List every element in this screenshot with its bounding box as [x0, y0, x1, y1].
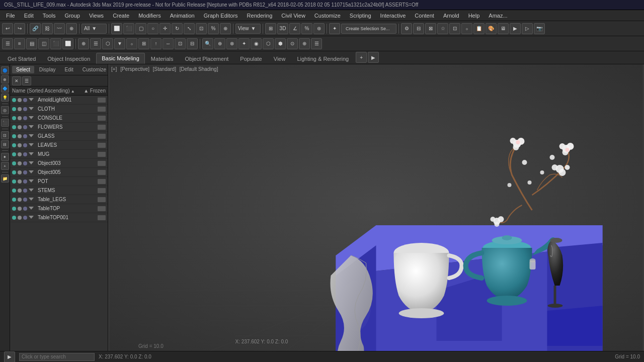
- link-button[interactable]: 🔗: [30, 23, 41, 34]
- create-selection-button[interactable]: Create Selection Se...: [341, 24, 396, 34]
- viewport-area[interactable]: [+] [Perspective] [Standard] [Default Sh…: [108, 64, 644, 351]
- menu-animation[interactable]: Animation: [166, 12, 199, 20]
- scene-icon-2[interactable]: ⊕: [1, 75, 9, 83]
- wire-color-button[interactable]: 🎨: [486, 23, 497, 34]
- menu-rendering[interactable]: Rendering: [243, 12, 277, 20]
- toolbar2-btn8[interactable]: ☰: [90, 38, 101, 49]
- toolbar2-btn1[interactable]: ☰: [2, 38, 13, 49]
- layer-props-button[interactable]: 📋: [473, 23, 485, 34]
- select-region-button[interactable]: ⬛: [123, 23, 134, 34]
- undo-button[interactable]: ↩: [2, 23, 13, 34]
- select-rect-button[interactable]: ▢: [135, 23, 146, 34]
- render-setup-button[interactable]: 🖥: [498, 23, 509, 34]
- toolbar2-btn15[interactable]: ⊡: [175, 38, 186, 49]
- viewport-layout-button[interactable]: ⊞: [265, 23, 276, 34]
- tab-populate[interactable]: Populate: [234, 53, 267, 64]
- menu-group[interactable]: Group: [60, 12, 84, 20]
- scene-tab-display[interactable]: Display: [35, 66, 60, 73]
- scene-list-item[interactable]: MUG: [10, 150, 108, 159]
- toolbar2-btn19[interactable]: ⊗: [226, 38, 237, 49]
- toolbar2-btn25[interactable]: ⊕: [299, 38, 310, 49]
- scene-tab-select[interactable]: Select: [12, 66, 34, 73]
- scene-icon-6[interactable]: ⬛: [1, 119, 9, 127]
- menu-help[interactable]: Help: [464, 12, 484, 20]
- render-frame-button[interactable]: ▶: [510, 23, 521, 34]
- tab-lighting-rendering[interactable]: Lighting & Rendering: [291, 53, 354, 64]
- menu-civil-view[interactable]: Civil View: [277, 12, 309, 20]
- scene-list-item[interactable]: Table_LEGS: [10, 195, 108, 204]
- toolbar2-btn24[interactable]: ⊙: [287, 38, 298, 49]
- scene-list-item[interactable]: TableTOP: [10, 204, 108, 213]
- toolbar2-btn22[interactable]: ⬡: [263, 38, 274, 49]
- view-dropdown[interactable]: View ▼: [235, 24, 261, 34]
- scene-icon-7[interactable]: ⊡: [1, 131, 9, 139]
- toolbar2-btn4[interactable]: ◫: [38, 38, 49, 49]
- scene-list-item[interactable]: LEAVES: [10, 141, 108, 150]
- menu-graph-editors[interactable]: Graph Editors: [200, 12, 242, 20]
- menu-views[interactable]: Views: [85, 12, 108, 20]
- 3d-snap-button[interactable]: 3D: [277, 23, 288, 34]
- toolbar2-btn12[interactable]: ⊞: [138, 38, 149, 49]
- tab-get-started[interactable]: Get Started: [2, 53, 41, 64]
- scene-list-item[interactable]: GLASS: [10, 132, 108, 141]
- menu-arnold[interactable]: Arnold: [439, 12, 463, 20]
- scale-button[interactable]: ⤡: [184, 23, 195, 34]
- scene-ctrl-close[interactable]: ✕: [12, 76, 21, 85]
- scene-list-item[interactable]: CLOTH: [10, 105, 108, 114]
- scene-list-item[interactable]: POT: [10, 177, 108, 186]
- scene-icon-3[interactable]: 🔷: [1, 84, 9, 93]
- scene-icon-11[interactable]: 📁: [1, 174, 9, 183]
- scene-list-item[interactable]: TableTOP001: [10, 213, 108, 222]
- menu-create[interactable]: Create: [109, 12, 133, 20]
- tab-add-button[interactable]: +: [356, 52, 367, 63]
- edit-geometry-button[interactable]: ⚙: [401, 23, 412, 34]
- menu-interactive[interactable]: Interactive: [376, 12, 410, 20]
- scene-tab-edit[interactable]: Edit: [61, 66, 77, 73]
- toolbar2-btn16[interactable]: ⊟: [187, 38, 198, 49]
- menu-tools[interactable]: Tools: [39, 12, 60, 20]
- align-view-button[interactable]: ⬦: [461, 23, 472, 34]
- align-camera-button[interactable]: ⊡: [449, 23, 460, 34]
- percent-snap-button[interactable]: %: [208, 23, 219, 34]
- tab-materials[interactable]: Materials: [145, 53, 179, 64]
- scene-list-item[interactable]: CONSOLE: [10, 114, 108, 123]
- scene-list-item[interactable]: Object005: [10, 168, 108, 177]
- scene-icon-4[interactable]: 💡: [1, 94, 9, 102]
- menu-customize[interactable]: Customize: [310, 12, 345, 20]
- render-production-button[interactable]: ▷: [522, 23, 533, 34]
- percent-snap-button2[interactable]: %: [301, 23, 312, 34]
- toolbar2-btn10[interactable]: ▼: [114, 38, 125, 49]
- angle-snap-button[interactable]: ∠: [289, 23, 300, 34]
- toolbar2-btn17[interactable]: 🔍: [202, 38, 213, 49]
- filter-dropdown[interactable]: All ▼: [82, 24, 107, 34]
- toolbar2-btn7[interactable]: ⊕: [78, 38, 89, 49]
- toolbar2-btn14[interactable]: ↔: [163, 38, 174, 49]
- sort-header-name[interactable]: Name (Sorted Ascending): [12, 88, 78, 94]
- menu-content[interactable]: Content: [411, 12, 438, 20]
- tab-overflow-button[interactable]: ▶: [368, 52, 379, 63]
- menu-amazon[interactable]: Amaz...: [485, 12, 511, 20]
- toolbar2-btn18[interactable]: ⊕: [214, 38, 225, 49]
- menu-file[interactable]: File: [2, 12, 19, 20]
- toolbar2-btn2[interactable]: ≡: [14, 38, 25, 49]
- viewport-label[interactable]: [+] [Perspective] [Standard] [Default Sh…: [111, 66, 220, 72]
- tab-basic-modeling[interactable]: Basic Modeling: [96, 53, 145, 64]
- tab-object-inspection[interactable]: Object Inspection: [42, 53, 96, 64]
- toolbar2-btn13[interactable]: ↑: [150, 38, 162, 49]
- snap-settings-button[interactable]: ⊛: [313, 23, 325, 34]
- toolbar2-btn9[interactable]: ⬡: [102, 38, 113, 49]
- tab-view[interactable]: View: [268, 53, 291, 64]
- select-circle-button[interactable]: ○: [147, 23, 158, 34]
- tab-object-placement[interactable]: Object Placement: [179, 53, 234, 64]
- rotate-button[interactable]: ↻: [172, 23, 183, 34]
- redo-button[interactable]: ↪: [14, 23, 25, 34]
- menu-modifiers[interactable]: Modifiers: [134, 12, 165, 20]
- select-object-button[interactable]: ⬜: [111, 23, 122, 34]
- command-input[interactable]: [19, 353, 95, 361]
- toolbar2-btn23[interactable]: ⬢: [275, 38, 286, 49]
- scene-list-item[interactable]: ArnoldLight001: [10, 96, 108, 105]
- scene-list-item[interactable]: FLOWERS: [10, 123, 108, 132]
- toolbar2-btn11[interactable]: ⬦: [126, 38, 137, 49]
- scene-ctrl-options[interactable]: ☰: [22, 76, 31, 85]
- scene-list-item[interactable]: STEMS: [10, 186, 108, 195]
